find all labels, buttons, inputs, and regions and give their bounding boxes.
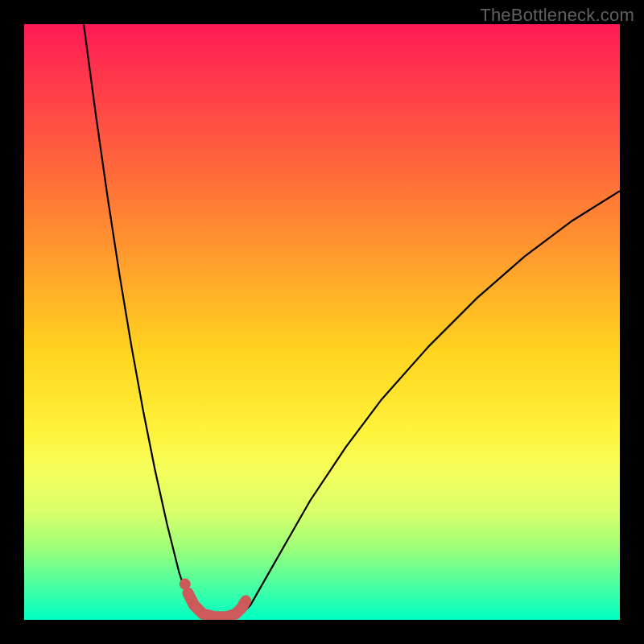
curve-left-branch [84, 24, 238, 619]
chart-svg [24, 24, 620, 620]
plot-area [24, 24, 620, 620]
outer-frame: TheBottleneck.com [0, 0, 644, 644]
curve-right-branch [238, 191, 620, 617]
optimal-zone-highlight [188, 593, 246, 617]
marker-dot [180, 579, 191, 590]
watermark-text: TheBottleneck.com [480, 5, 634, 26]
